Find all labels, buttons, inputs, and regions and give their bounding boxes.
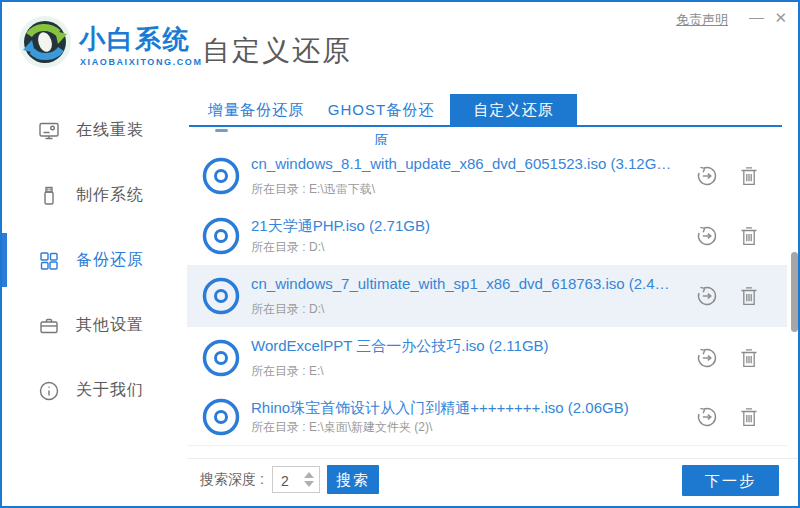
file-title: cn_windows_7_ultimate_with_sp1_x86_dvd_6… (251, 275, 670, 292)
sidebar-item-label: 备份还原 (76, 250, 144, 271)
trash-icon[interactable] (740, 348, 758, 368)
disc-icon (201, 338, 241, 378)
search-depth-stepper (272, 466, 320, 493)
brand-domain: XIAOBAIXITONG.COM (80, 57, 203, 67)
trash-icon[interactable] (740, 407, 758, 427)
file-directory: 所在目录 : E:\桌面\新建文件夹 (2)\ (251, 419, 432, 436)
file-title: Rhino珠宝首饰设计从入门到精通++++++++.iso (2.06GB) (251, 399, 629, 418)
restore-icon[interactable] (696, 347, 718, 369)
tab-underline (189, 125, 782, 127)
sidebar-item-label: 在线重装 (76, 120, 144, 141)
search-button[interactable]: 搜索 (327, 465, 379, 494)
scrolled-item-partial (215, 129, 228, 132)
minimize-button[interactable]: — (749, 8, 764, 25)
search-depth-label: 搜索深度 : (200, 465, 264, 494)
brand-logo-icon (16, 14, 74, 70)
main-content: 增量备份还原 GHOST备份还原 自定义还原 cn_windows_8.1_wi… (187, 92, 800, 508)
sidebar-item-label: 制作系统 (76, 185, 144, 206)
file-list-row[interactable]: WordExcelPPT 三合一办公技巧.iso (2.11GB) 所在目录 :… (187, 327, 787, 390)
restore-icon[interactable] (696, 165, 718, 187)
restore-icon[interactable] (696, 285, 718, 307)
brand-name: 小白系统 (79, 22, 191, 57)
next-step-button[interactable]: 下一步 (682, 465, 779, 496)
briefcase-icon (38, 315, 60, 337)
sidebar-item-other-settings[interactable]: 其他设置 (2, 304, 187, 348)
stepper-up-icon[interactable] (304, 472, 314, 478)
disc-icon (201, 156, 241, 196)
disc-icon (201, 397, 241, 437)
disc-icon (201, 216, 241, 256)
restore-icon[interactable] (696, 225, 718, 247)
trash-icon[interactable] (740, 166, 758, 186)
file-directory: 所在目录 : E:\ (251, 363, 324, 380)
file-directory: 所在目录 : D:\ (251, 301, 324, 318)
file-list-row[interactable]: 21天学通PHP.iso (2.71GB) 所在目录 : D:\ (187, 207, 787, 266)
scrollbar-thumb[interactable] (791, 252, 798, 332)
tab-incremental-backup-restore[interactable]: 增量备份还原 (205, 94, 307, 125)
blocks-icon (38, 250, 60, 272)
sidebar-item-label: 关于我们 (76, 380, 144, 401)
file-title: 21天学通PHP.iso (2.71GB) (251, 217, 430, 236)
sidebar-item-about-us[interactable]: 关于我们 (2, 369, 187, 413)
stepper-down-icon[interactable] (304, 481, 314, 487)
disclaimer-link[interactable]: 免责声明 (676, 11, 728, 29)
file-directory: 所在目录 : D:\ (251, 239, 324, 256)
file-list-row[interactable]: Rhino珠宝首饰设计从入门到精通++++++++.iso (2.06GB) 所… (187, 389, 787, 446)
file-list-row[interactable]: cn_windows_7_ultimate_with_sp1_x86_dvd_6… (187, 265, 787, 328)
disc-icon (201, 276, 241, 316)
trash-icon[interactable] (740, 226, 758, 246)
sidebar-active-indicator (2, 233, 7, 287)
trash-icon[interactable] (740, 286, 758, 306)
info-icon (38, 380, 60, 402)
sidebar-item-backup-restore[interactable]: 备份还原 (2, 239, 187, 283)
restore-icon[interactable] (696, 406, 718, 428)
file-list-row[interactable]: cn_windows_8.1_with_update_x86_dvd_60515… (187, 145, 787, 208)
sidebar: 在线重装 制作系统 备份还原 其他设置 (2, 92, 187, 506)
sidebar-item-online-reinstall[interactable]: 在线重装 (2, 109, 187, 153)
file-title: WordExcelPPT 三合一办公技巧.iso (2.11GB) (251, 337, 549, 356)
usb-drive-icon (38, 185, 60, 207)
file-directory: 所在目录 : E:\迅雷下载\ (251, 181, 375, 198)
sidebar-item-label: 其他设置 (76, 315, 144, 336)
file-title: cn_windows_8.1_with_update_x86_dvd_60515… (251, 155, 671, 172)
monitor-icon (38, 120, 60, 142)
footer-divider (187, 458, 800, 459)
tab-custom-restore[interactable]: 自定义还原 (450, 94, 577, 125)
close-button[interactable]: ✕ (774, 9, 787, 27)
tab-ghost-backup-restore[interactable]: GHOST备份还原 (322, 94, 440, 125)
page-title: 自定义还原 (202, 32, 352, 70)
app-window: 小白系统 XIAOBAIXITONG.COM 自定义还原 免责声明 — ✕ 在线… (0, 0, 800, 508)
sidebar-item-make-system[interactable]: 制作系统 (2, 174, 187, 218)
